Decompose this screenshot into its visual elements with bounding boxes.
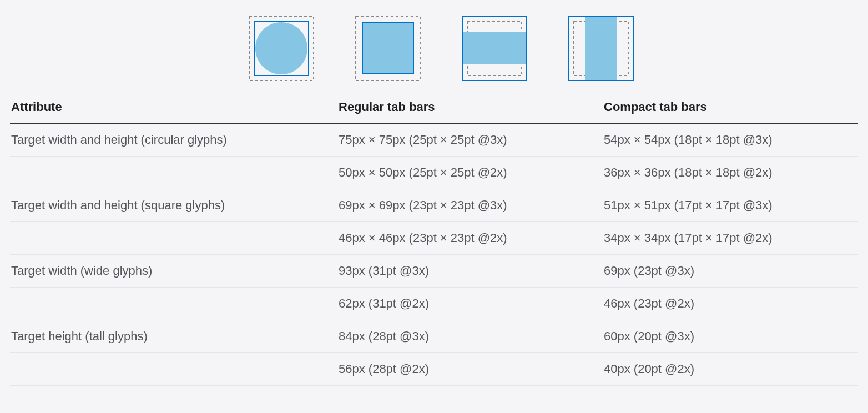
col-regular: Regular tab bars (337, 100, 603, 124)
cell-compact: 46px (23pt @2x) (603, 288, 858, 320)
wide-glyph-icon (462, 16, 527, 81)
cell-attribute (10, 157, 337, 189)
cell-compact: 36px × 36px (18pt × 18pt @2x) (603, 157, 858, 189)
svg-rect-4 (362, 23, 413, 74)
square-glyph-icon (355, 16, 421, 81)
table-row: Target width and height (circular glyphs… (10, 124, 858, 157)
cell-regular: 62px (31pt @2x) (337, 288, 603, 320)
table-row: 50px × 50px (25pt × 25pt @2x) 36px × 36p… (10, 157, 858, 189)
cell-regular: 84px (28pt @3x) (337, 320, 603, 353)
table-row: 62px (31pt @2x) 46px (23pt @2x) (10, 288, 858, 320)
table-row: Target width (wide glyphs) 93px (31pt @3… (10, 255, 858, 288)
cell-regular: 46px × 46px (23pt × 23pt @2x) (337, 222, 603, 255)
table-row: Target height (tall glyphs) 84px (28pt @… (10, 320, 858, 353)
cell-compact: 69px (23pt @3x) (603, 255, 858, 288)
col-attribute: Attribute (10, 100, 337, 124)
glyph-size-table: Attribute Regular tab bars Compact tab b… (10, 100, 858, 386)
cell-compact: 51px × 51px (17pt × 17pt @3x) (603, 189, 858, 222)
table-row: 56px (28pt @2x) 40px (20pt @2x) (10, 353, 858, 386)
svg-point-2 (255, 22, 307, 74)
glyph-diagram-row (10, 10, 858, 100)
cell-attribute (10, 222, 337, 255)
cell-attribute (10, 353, 337, 386)
cell-regular: 50px × 50px (25pt × 25pt @2x) (337, 157, 603, 189)
table-row: 46px × 46px (23pt × 23pt @2x) 34px × 34p… (10, 222, 858, 255)
cell-regular: 69px × 69px (23pt × 23pt @3x) (337, 189, 603, 222)
tall-glyph-icon (568, 16, 634, 81)
cell-attribute (10, 288, 337, 320)
cell-regular: 56px (28pt @2x) (337, 353, 603, 386)
cell-regular: 93px (31pt @3x) (337, 255, 603, 288)
cell-compact: 54px × 54px (18pt × 18pt @3x) (603, 124, 858, 157)
col-compact: Compact tab bars (603, 100, 858, 124)
cell-attribute: Target width and height (circular glyphs… (10, 124, 337, 157)
cell-compact: 60px (20pt @3x) (603, 320, 858, 353)
cell-attribute: Target height (tall glyphs) (10, 320, 337, 353)
cell-compact: 40px (20pt @2x) (603, 353, 858, 386)
svg-rect-10 (585, 16, 617, 80)
circular-glyph-icon (249, 16, 314, 81)
cell-attribute: Target width and height (square glyphs) (10, 189, 337, 222)
svg-rect-7 (462, 32, 527, 64)
cell-attribute: Target width (wide glyphs) (10, 255, 337, 288)
cell-compact: 34px × 34px (17pt × 17pt @2x) (603, 222, 858, 255)
cell-regular: 75px × 75px (25pt × 25pt @3x) (337, 124, 603, 157)
table-header-row: Attribute Regular tab bars Compact tab b… (10, 100, 858, 124)
table-row: Target width and height (square glyphs) … (10, 189, 858, 222)
